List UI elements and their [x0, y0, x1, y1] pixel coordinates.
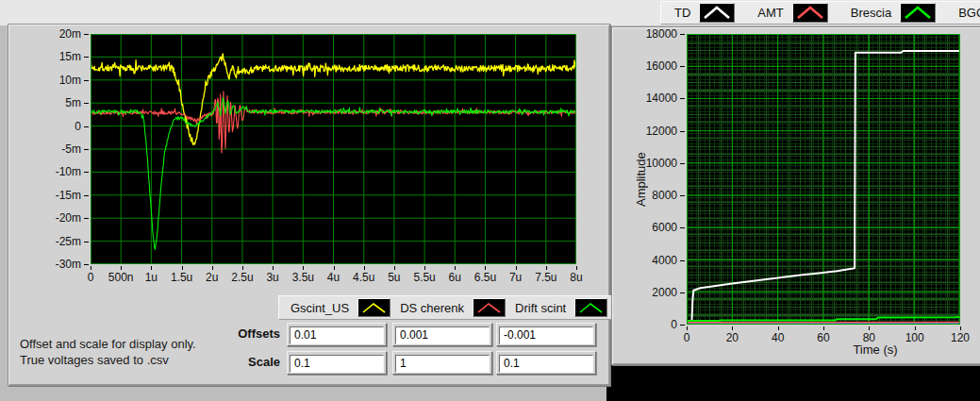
scale-row-label: Scale	[195, 355, 280, 369]
x-tick-mark	[823, 326, 824, 330]
x-tick-label: 8u	[570, 271, 582, 284]
y-tick-mark	[84, 172, 89, 173]
scale-input-drift-scint[interactable]	[499, 355, 593, 373]
offset-control-drift-scint	[496, 323, 596, 346]
y-tick-mark	[680, 292, 685, 293]
x-tick-mark	[212, 266, 213, 270]
x-tick-label: 6u	[449, 271, 461, 284]
x-tick-label: 2u	[206, 271, 218, 284]
x-tick-mark	[687, 326, 688, 330]
y-tick-label: -15m	[56, 189, 81, 202]
offset-note-line2: True voltages saved to .csv	[20, 352, 196, 368]
x-tick-mark	[869, 326, 870, 330]
y-tick-label: -25m	[56, 235, 81, 248]
legend-item-td[interactable]: TD	[674, 3, 735, 23]
y-tick-label: 12000	[646, 125, 677, 138]
x-tick-mark	[364, 266, 365, 270]
x-tick-mark	[394, 266, 395, 270]
y-tick-label: 10000	[646, 157, 677, 170]
legend-item-gscint-us[interactable]: Gscint_US	[291, 298, 390, 317]
offset-note-line1: Offset and scale for display only.	[20, 336, 196, 352]
x-tick-mark	[273, 266, 274, 270]
strip-chart-panel: 0200040006000800010000120001400016000180…	[611, 26, 980, 365]
vi-front-panel: { "window": { "note_line1": "Offset and …	[0, 0, 980, 401]
y-tick-label: 4000	[652, 254, 677, 267]
y-tick-mark	[84, 80, 89, 81]
y-tick-label: 2000	[652, 286, 677, 299]
x-tick-label: 1.5u	[171, 271, 192, 284]
x-tick-mark	[516, 266, 517, 270]
scale-input-ds-cherenk[interactable]	[395, 355, 490, 373]
offset-control-ds-cherenk	[392, 323, 492, 346]
x-tick-label: 3.5u	[292, 271, 314, 284]
scale-control-ds-cherenk	[392, 351, 492, 375]
waveform-x-axis: 0500n1u1.5u2u2.5u3u3.5u4u4.5u5u5.5u6u6.5…	[91, 266, 576, 285]
waveform-y-axis: 20m15m10m5m0-5m-10m-15m-20m-25m-30m	[8, 34, 91, 264]
legend-label: Drift scint	[515, 301, 566, 315]
x-tick-mark	[576, 266, 577, 270]
legend-item-bgo[interactable]: BGO	[958, 3, 980, 23]
y-tick-mark	[84, 57, 89, 58]
y-tick-label: 10m	[59, 74, 81, 87]
legend-label: Gscint_US	[291, 301, 349, 315]
legend-item-amt[interactable]: AMT	[757, 3, 827, 23]
legend-item-ds-cherenk[interactable]: DS cherenk	[400, 298, 506, 317]
waveform-legend: Gscint_USDS cherenkDrift scint	[278, 295, 618, 320]
x-tick-label: 5.5u	[413, 271, 435, 284]
x-tick-mark	[182, 266, 183, 270]
x-tick-label: 20	[726, 331, 739, 344]
y-tick-mark	[680, 131, 685, 132]
offsets-row-label: Offsets	[195, 326, 280, 341]
y-tick-mark	[84, 195, 89, 196]
x-tick-mark	[303, 266, 304, 270]
x-tick-mark	[732, 326, 733, 330]
y-axis-title: Amplitude	[633, 34, 648, 325]
y-tick-label: 0	[671, 318, 677, 331]
y-tick-label: 5m	[65, 96, 81, 109]
y-tick-mark	[680, 195, 685, 196]
offset-control-gscint-us	[287, 323, 387, 346]
y-tick-label: 0	[75, 120, 81, 133]
y-tick-label: -10m	[56, 165, 81, 178]
offset-input-ds-cherenk[interactable]	[395, 326, 490, 344]
y-tick-mark	[84, 264, 89, 265]
offset-note: Offset and scale for display only. True …	[20, 336, 196, 368]
x-tick-mark	[915, 326, 916, 330]
x-tick-label: 500n	[108, 271, 134, 284]
legend-trace-swatch-icon	[357, 298, 390, 317]
legend-label: TD	[674, 6, 690, 20]
y-tick-mark	[680, 227, 685, 228]
scale-input-gscint-us[interactable]	[290, 355, 384, 373]
y-tick-label: 18000	[646, 27, 677, 41]
strip-chart-plot-area	[687, 34, 960, 325]
y-tick-mark	[680, 260, 685, 261]
x-tick-label: 7u	[509, 271, 522, 284]
x-tick-mark	[334, 266, 335, 270]
scale-control-gscint-us	[287, 351, 387, 375]
waveform-graph-panel: 20m15m10m5m0-5m-10m-15m-20m-25m-30m 0500…	[8, 24, 610, 386]
x-tick-label: 0	[88, 271, 94, 284]
x-tick-label: 5u	[388, 271, 400, 284]
y-tick-mark	[680, 325, 685, 326]
legend-item-drift-scint[interactable]: Drift scint	[515, 298, 607, 317]
x-tick-mark	[151, 266, 152, 270]
y-tick-mark	[84, 242, 89, 242]
y-tick-label: -20m	[56, 211, 81, 225]
scale-control-drift-scint	[496, 351, 596, 375]
y-tick-mark	[680, 163, 685, 164]
legend-label: BGO	[958, 6, 980, 20]
y-tick-label: 20m	[59, 27, 81, 41]
legend-label: DS cherenk	[400, 301, 464, 315]
y-tick-mark	[680, 34, 685, 35]
y-tick-mark	[84, 149, 89, 150]
legend-trace-swatch-icon	[792, 3, 828, 23]
offset-input-gscint-us[interactable]	[290, 326, 384, 344]
legend-item-brescia[interactable]: Brescia	[851, 3, 936, 23]
offset-input-drift-scint[interactable]	[499, 326, 593, 344]
strip-chart-legend: TDAMTBresciaBGO	[660, 1, 980, 25]
x-tick-mark	[960, 326, 961, 330]
y-tick-label: 14000	[646, 92, 677, 105]
x-tick-label: 7.5u	[535, 271, 556, 284]
x-tick-mark	[546, 266, 547, 270]
x-tick-mark	[424, 266, 425, 270]
